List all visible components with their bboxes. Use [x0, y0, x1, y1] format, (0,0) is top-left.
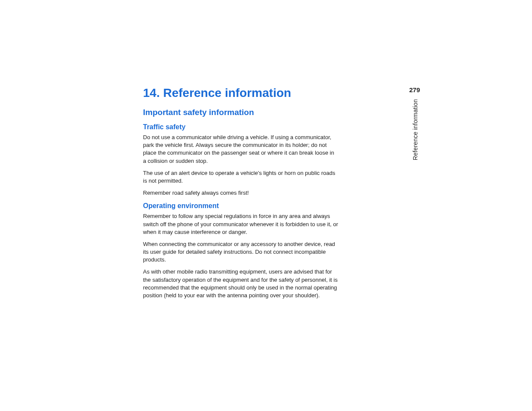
body-paragraph: Remember road safety always comes first! — [143, 189, 339, 197]
body-paragraph: Do not use a communicator while driving … — [143, 134, 339, 165]
chapter-title: 14. Reference information — [143, 86, 419, 100]
body-paragraph: As with other mobile radio transmitting … — [143, 268, 339, 299]
subsection-title-operating-environment: Operating environment — [143, 202, 419, 210]
body-paragraph: The use of an alert device to operate a … — [143, 169, 339, 185]
body-paragraph: Remember to follow any special regulatio… — [143, 212, 339, 236]
body-paragraph: When connecting the communicator or any … — [143, 240, 339, 264]
section-title: Important safety information — [143, 108, 419, 117]
subsection-title-traffic-safety: Traffic safety — [143, 123, 419, 131]
page-content: 14. Reference information Important safe… — [143, 86, 419, 304]
